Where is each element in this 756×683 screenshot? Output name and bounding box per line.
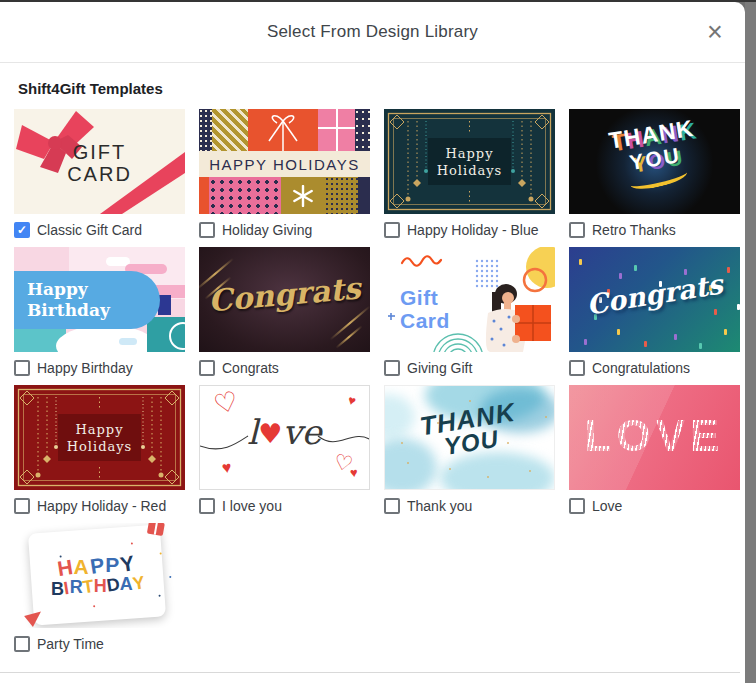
template-thumbnail-happy-holiday-red[interactable]: Happy Holidays — [14, 385, 185, 490]
checkbox-i-love-you[interactable]: ✓ — [199, 498, 215, 514]
checkbox-congrats[interactable]: ✓ — [199, 360, 215, 376]
template-cell: l♥ve ♡ ♥ ♥ ♡ ♥ ✓ I love you — [199, 385, 370, 514]
template-thumbnail-thank-you[interactable]: THANK YOU — [384, 385, 555, 490]
template-option-congrats: ✓ Congrats — [199, 359, 370, 376]
template-thumbnail-happy-holiday-blue[interactable]: Happy Holidays — [384, 109, 555, 214]
template-option-happy-birthday: ✓ Happy Birthday — [14, 359, 185, 376]
template-cell: Congrats ✓ Congrats — [199, 247, 370, 376]
gift-bow-icon — [261, 109, 305, 151]
white-blob — [56, 325, 156, 352]
navy-gift — [358, 177, 370, 214]
checkbox-love[interactable]: ✓ — [569, 498, 585, 514]
template-label: Happy Holiday - Blue — [407, 222, 539, 238]
template-thumbnail-i-love-you[interactable]: l♥ve ♡ ♥ ♥ ♡ ♥ — [199, 385, 370, 490]
checkbox-retro-thanks[interactable]: ✓ — [569, 222, 585, 238]
ornate-frame-art: Happy Holidays — [14, 385, 185, 490]
orange-strip — [199, 177, 209, 214]
vertical-scrollbar[interactable] — [745, 0, 756, 683]
dotted-gift — [325, 177, 358, 214]
template-cell: HAPPY HOLIDAYS ✓ Holiday Giving — [199, 109, 370, 238]
template-cell: HAPPY BIRTHDAY ✓ Party Time — [14, 523, 185, 652]
modal-header: Select From Design Library × — [0, 2, 745, 63]
design-library-modal: Select From Design Library × Shift4Gift … — [0, 2, 745, 683]
striped-gift — [212, 109, 248, 151]
template-cell: GIFTCARD ✓ Classic Gift Card — [14, 109, 185, 238]
template-label: Thank you — [407, 498, 472, 514]
template-cell: THANK YOU ✓ Thank you — [384, 385, 555, 514]
tilted-card: HAPPY BIRTHDAY — [28, 525, 166, 626]
check-icon: ✓ — [17, 224, 27, 236]
confetti — [579, 259, 582, 265]
template-cell: HappyBirthday ✓ Happy Birthday — [14, 247, 185, 376]
congrats-text: Congrats — [199, 270, 370, 320]
gold-gift — [281, 177, 325, 214]
template-label: I love you — [222, 498, 282, 514]
teal-block — [147, 317, 185, 352]
template-cell: LOVE ✓ Love — [569, 385, 740, 514]
pattern-strip — [355, 109, 370, 151]
cloud-shape — [119, 338, 137, 345]
checkbox-happy-holiday-red[interactable]: ✓ — [14, 498, 30, 514]
template-thumbnail-giving-gift[interactable]: Gift Card — [384, 247, 555, 352]
holiday-text-line1: Happy — [75, 422, 123, 437]
orange-gift — [248, 109, 318, 151]
template-label: Happy Birthday — [37, 360, 133, 376]
template-thumbnail-love[interactable]: LOVE — [569, 385, 740, 490]
birthday-banner: HappyBirthday — [14, 271, 160, 329]
checkbox-party-time[interactable]: ✓ — [14, 636, 30, 652]
pink-gift — [318, 109, 355, 151]
template-label: Retro Thanks — [592, 222, 676, 238]
heart-icon: ♥ — [349, 466, 358, 480]
gift-text-line2: Card — [400, 309, 450, 332]
gift-text-line1: Gift — [400, 286, 438, 309]
gift-box-icon — [147, 523, 165, 536]
holiday-text: HAPPY HOLIDAYS — [199, 151, 370, 177]
template-thumbnail-congrats[interactable]: Congrats — [199, 247, 370, 352]
template-cell: Gift Card ✓ Giving Gift — [384, 247, 555, 376]
window-top-edge — [0, 0, 756, 2]
template-option-love: ✓ Love — [569, 497, 740, 514]
retro-thanks-text: THANK YOU — [569, 110, 740, 200]
template-label: Happy Holiday - Red — [37, 498, 166, 514]
template-grid: GIFTCARD ✓ Classic Gift Card — [14, 109, 731, 652]
template-thumbnail-holiday-giving[interactable]: HAPPY HOLIDAYS — [199, 109, 370, 214]
gift-card-text: GIFTCARD — [14, 141, 185, 185]
close-icon[interactable]: × — [701, 18, 729, 46]
template-thumbnail-congratulations[interactable]: Congrats — [569, 247, 740, 352]
heart-icon: ♥ — [221, 459, 233, 476]
template-label: Party Time — [37, 636, 104, 652]
circle-outline — [169, 322, 185, 350]
template-cell: THANK YOU ✓ Retro Thanks — [569, 109, 740, 238]
checkbox-congratulations[interactable]: ✓ — [569, 360, 585, 376]
holiday-text-line2: Holidays — [437, 163, 503, 178]
giving-gift-art: Gift Card — [384, 247, 555, 352]
party-horn-icon — [24, 606, 45, 627]
template-option-congratulations: ✓ Congratulations — [569, 359, 740, 376]
template-cell: Congrats ✓ Congratulations — [569, 247, 740, 376]
checkbox-happy-birthday[interactable]: ✓ — [14, 360, 30, 376]
template-label: Love — [592, 498, 622, 514]
checkbox-giving-gift[interactable]: ✓ — [384, 360, 400, 376]
tree-pattern-gift — [209, 177, 281, 214]
template-thumbnail-happy-birthday[interactable]: HappyBirthday — [14, 247, 185, 352]
checkbox-holiday-giving[interactable]: ✓ — [199, 222, 215, 238]
section-heading: Shift4Gift Templates — [18, 80, 745, 97]
template-cell: Happy Holidays ✓ Happy Holiday - Red — [14, 385, 185, 514]
template-label: Classic Gift Card — [37, 222, 142, 238]
template-thumbnail-party-time[interactable]: HAPPY BIRTHDAY — [14, 523, 185, 628]
ornate-frame-art: Happy Holidays — [384, 109, 555, 214]
congrats-text: Congrats — [569, 266, 740, 323]
pattern-strip — [199, 109, 212, 151]
template-thumbnail-retro-thanks[interactable]: THANK YOU — [569, 109, 740, 214]
love-text: LOVE — [569, 411, 740, 461]
template-label: Giving Gift — [407, 360, 472, 376]
heart-icon: ♥ — [258, 418, 282, 449]
checkbox-thank-you[interactable]: ✓ — [384, 498, 400, 514]
holiday-text-line2: Holidays — [67, 439, 133, 454]
template-option-giving-gift: ✓ Giving Gift — [384, 359, 555, 376]
checkbox-happy-holiday-blue[interactable]: ✓ — [384, 222, 400, 238]
template-option-happy-holiday-blue: ✓ Happy Holiday - Blue — [384, 221, 555, 238]
template-thumbnail-classic-gift-card[interactable]: GIFTCARD — [14, 109, 185, 214]
checkbox-classic-gift-card[interactable]: ✓ — [14, 222, 30, 238]
template-label: Holiday Giving — [222, 222, 312, 238]
